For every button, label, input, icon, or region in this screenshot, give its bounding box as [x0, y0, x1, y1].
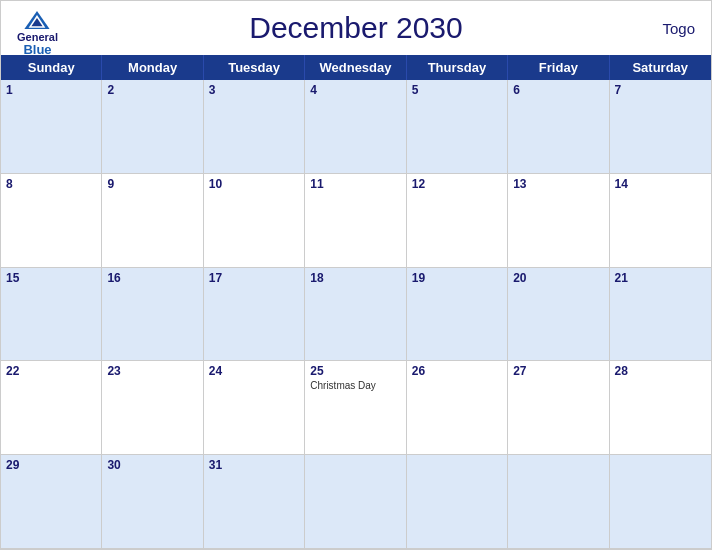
calendar-cell: 25Christmas Day — [305, 361, 406, 455]
calendar-cell: 30 — [102, 455, 203, 549]
date-number: 8 — [6, 177, 96, 191]
date-number: 17 — [209, 271, 299, 285]
calendar-cell: 24 — [204, 361, 305, 455]
calendar-cell: 21 — [610, 268, 711, 362]
calendar-cell: 14 — [610, 174, 711, 268]
calendar-cell: 22 — [1, 361, 102, 455]
calendar-cell: 2 — [102, 80, 203, 174]
date-number: 11 — [310, 177, 400, 191]
calendar-cell: 31 — [204, 455, 305, 549]
day-wednesday: Wednesday — [305, 55, 406, 80]
calendar-cell: 7 — [610, 80, 711, 174]
country-label: Togo — [662, 20, 695, 37]
calendar-cell: 19 — [407, 268, 508, 362]
event-label: Christmas Day — [310, 380, 400, 391]
date-number: 6 — [513, 83, 603, 97]
date-number: 27 — [513, 364, 603, 378]
calendar-cell: 10 — [204, 174, 305, 268]
date-number: 16 — [107, 271, 197, 285]
calendar-cell: 16 — [102, 268, 203, 362]
calendar-cell: 8 — [1, 174, 102, 268]
calendar-cell: 28 — [610, 361, 711, 455]
logo-icon — [23, 9, 51, 31]
date-number: 1 — [6, 83, 96, 97]
date-number: 3 — [209, 83, 299, 97]
calendar-cell: 9 — [102, 174, 203, 268]
calendar-cell: 13 — [508, 174, 609, 268]
calendar-cell: 26 — [407, 361, 508, 455]
date-number: 29 — [6, 458, 96, 472]
calendar-cell: 4 — [305, 80, 406, 174]
date-number: 23 — [107, 364, 197, 378]
day-monday: Monday — [102, 55, 203, 80]
date-number: 14 — [615, 177, 706, 191]
calendar-cell: 17 — [204, 268, 305, 362]
date-number: 4 — [310, 83, 400, 97]
calendar-wrapper: General Blue December 2030 Togo Sunday M… — [0, 0, 712, 550]
calendar-title: December 2030 — [249, 11, 462, 45]
logo-blue: Blue — [23, 43, 51, 56]
date-number: 2 — [107, 83, 197, 97]
calendar-cell: 29 — [1, 455, 102, 549]
calendar-cell — [508, 455, 609, 549]
logo-area: General Blue — [17, 9, 58, 56]
day-sunday: Sunday — [1, 55, 102, 80]
calendar-grid: 1234567891011121314151617181920212223242… — [1, 80, 711, 549]
day-friday: Friday — [508, 55, 609, 80]
calendar-header: General Blue December 2030 Togo — [1, 1, 711, 55]
date-number: 20 — [513, 271, 603, 285]
calendar-cell: 6 — [508, 80, 609, 174]
date-number: 9 — [107, 177, 197, 191]
date-number: 25 — [310, 364, 400, 378]
calendar-cell — [610, 455, 711, 549]
day-saturday: Saturday — [610, 55, 711, 80]
date-number: 13 — [513, 177, 603, 191]
calendar-cell: 23 — [102, 361, 203, 455]
days-header: Sunday Monday Tuesday Wednesday Thursday… — [1, 55, 711, 80]
calendar-cell — [407, 455, 508, 549]
date-number: 30 — [107, 458, 197, 472]
date-number: 26 — [412, 364, 502, 378]
date-number: 19 — [412, 271, 502, 285]
date-number: 7 — [615, 83, 706, 97]
calendar-cell: 18 — [305, 268, 406, 362]
calendar-cell: 12 — [407, 174, 508, 268]
date-number: 24 — [209, 364, 299, 378]
date-number: 31 — [209, 458, 299, 472]
calendar-cell: 11 — [305, 174, 406, 268]
calendar-cell — [305, 455, 406, 549]
date-number: 12 — [412, 177, 502, 191]
date-number: 28 — [615, 364, 706, 378]
calendar-cell: 20 — [508, 268, 609, 362]
date-number: 15 — [6, 271, 96, 285]
date-number: 10 — [209, 177, 299, 191]
day-thursday: Thursday — [407, 55, 508, 80]
date-number: 22 — [6, 364, 96, 378]
date-number: 21 — [615, 271, 706, 285]
calendar-cell: 15 — [1, 268, 102, 362]
calendar-cell: 5 — [407, 80, 508, 174]
calendar-cell: 1 — [1, 80, 102, 174]
date-number: 18 — [310, 271, 400, 285]
calendar-cell: 3 — [204, 80, 305, 174]
calendar-cell: 27 — [508, 361, 609, 455]
date-number: 5 — [412, 83, 502, 97]
day-tuesday: Tuesday — [204, 55, 305, 80]
